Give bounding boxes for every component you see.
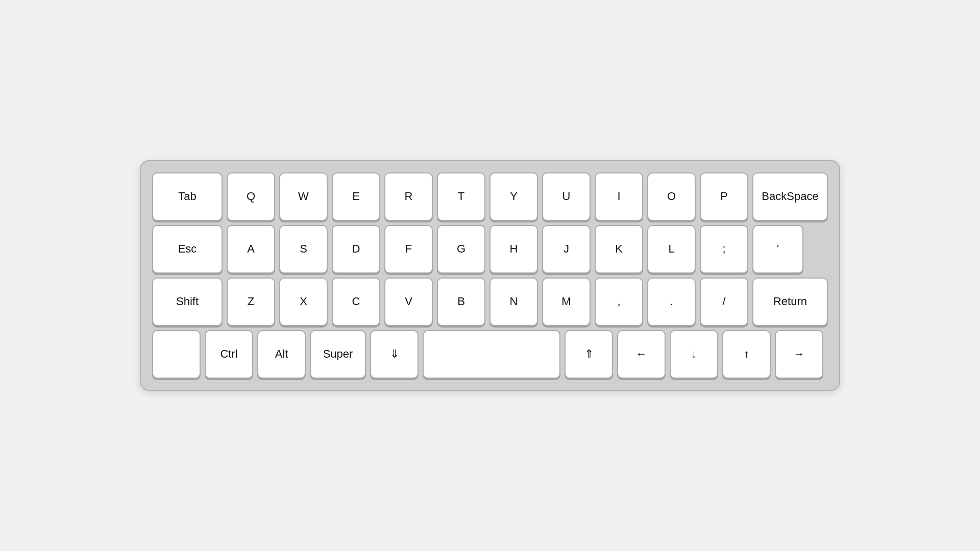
key-y[interactable]: Y (489, 172, 538, 221)
key-o[interactable]: O (647, 172, 696, 221)
key-alt[interactable]: Alt (257, 330, 306, 379)
key-m[interactable]: M (542, 278, 591, 326)
key-k[interactable]: K (595, 225, 643, 273)
key-d[interactable]: D (332, 225, 380, 273)
key-x[interactable]: X (279, 278, 328, 326)
key-return[interactable]: Return (752, 278, 828, 326)
key-g[interactable]: G (437, 225, 485, 273)
key-ime-up[interactable]: ⇑ (565, 330, 613, 379)
key-backspace[interactable]: BackSpace (752, 172, 828, 221)
key-arrow-right[interactable]: → (775, 330, 823, 379)
key-u[interactable]: U (542, 172, 591, 221)
key-semicolon[interactable]: ; (700, 225, 748, 273)
key-a[interactable]: A (227, 225, 275, 273)
key-arrow-left[interactable]: ← (617, 330, 666, 379)
key-r[interactable]: R (384, 172, 433, 221)
key-arrow-up[interactable]: ↑ (722, 330, 771, 379)
key-period[interactable]: . (647, 278, 696, 326)
key-n[interactable]: N (489, 278, 538, 326)
key-row-row3: ShiftZXCVBNM,./Return (152, 278, 828, 326)
key-ctrl[interactable]: Ctrl (205, 330, 253, 379)
key-c[interactable]: C (332, 278, 380, 326)
key-z[interactable]: Z (227, 278, 275, 326)
key-slash[interactable]: / (700, 278, 748, 326)
keyboard: TabQWERTYUIOPBackSpaceEscASDFGHJKL;'Shif… (140, 160, 840, 391)
key-super[interactable]: Super (310, 330, 366, 379)
key-p[interactable]: P (700, 172, 748, 221)
key-shift[interactable]: Shift (152, 278, 223, 326)
key-e[interactable]: E (332, 172, 380, 221)
key-v[interactable]: V (384, 278, 433, 326)
key-esc[interactable]: Esc (152, 225, 223, 273)
key-row-row2: EscASDFGHJKL;' (152, 225, 828, 273)
key-fn1[interactable] (152, 330, 201, 379)
key-row-row4: CtrlAltSuper⇓⇑←↓↑→ (152, 330, 828, 379)
key-arrow-down[interactable]: ↓ (670, 330, 718, 379)
key-tab[interactable]: Tab (152, 172, 223, 221)
key-row-row1: TabQWERTYUIOPBackSpace (152, 172, 828, 221)
key-ime-down[interactable]: ⇓ (370, 330, 419, 379)
key-j[interactable]: J (542, 225, 591, 273)
key-s[interactable]: S (279, 225, 328, 273)
key-q[interactable]: Q (227, 172, 275, 221)
key-l[interactable]: L (647, 225, 696, 273)
key-h[interactable]: H (489, 225, 538, 273)
key-w[interactable]: W (279, 172, 328, 221)
key-t[interactable]: T (437, 172, 485, 221)
key-quote[interactable]: ' (752, 225, 803, 273)
key-b[interactable]: B (437, 278, 485, 326)
key-space[interactable] (423, 330, 560, 379)
key-f[interactable]: F (384, 225, 433, 273)
key-comma[interactable]: , (595, 278, 643, 326)
key-i[interactable]: I (595, 172, 643, 221)
